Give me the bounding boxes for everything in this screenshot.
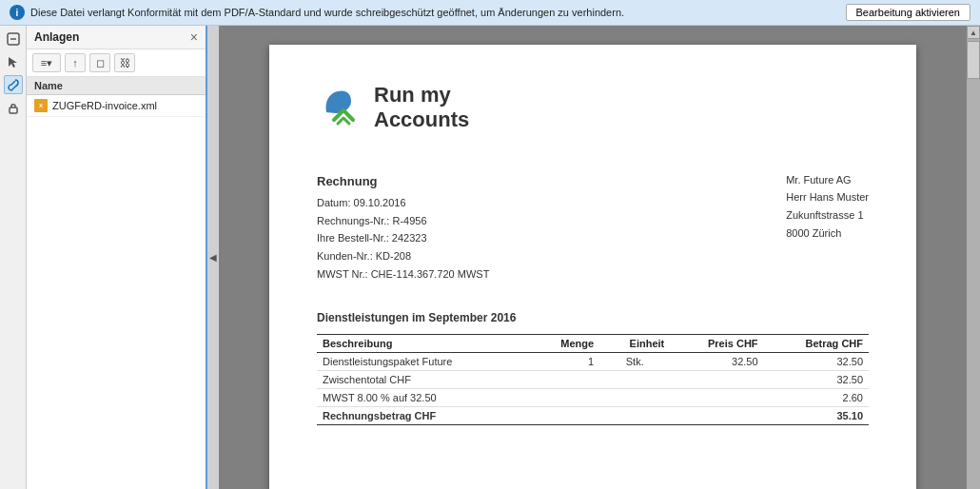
panel-list: X ZUGFeRD-invoice.xml bbox=[27, 95, 206, 489]
col-header-menge: Menge bbox=[532, 335, 599, 353]
rechnung-title: Rechnung bbox=[317, 171, 489, 192]
panel-close-button[interactable]: × bbox=[190, 30, 198, 44]
notification-text: Diese Datei verlangt Konformität mit dem… bbox=[30, 7, 624, 18]
cell-betrag-1: 32.50 bbox=[764, 371, 869, 389]
cell-betrag-0: 32.50 bbox=[764, 353, 869, 371]
cell-beschreibung-2: MWST 8.00 % auf 32.50 bbox=[317, 389, 532, 407]
recipient-line2: Herr Hans Muster bbox=[786, 188, 869, 206]
cell-betrag-2: 2.60 bbox=[764, 389, 869, 407]
panel-tool-link-button[interactable]: ⛓ bbox=[114, 53, 135, 72]
panel-tool-save-button[interactable]: ◻ bbox=[89, 53, 110, 72]
right-scrollbar[interactable]: ▲ bbox=[967, 26, 980, 489]
toolbar-icon-top[interactable] bbox=[4, 29, 23, 49]
table-section-title: Dienstleistungen im September 2016 bbox=[317, 311, 869, 324]
pdf-page: Run my Accounts Rechnung Datum: 09.10.20… bbox=[269, 45, 916, 489]
panel-header: Anlagen × bbox=[27, 26, 206, 49]
datum: Datum: 09.10.2016 bbox=[317, 194, 489, 212]
invoice-details-left: Rechnung Datum: 09.10.2016 Rechnungs-Nr.… bbox=[317, 171, 489, 284]
file-name: ZUGFeRD-invoice.xml bbox=[52, 100, 157, 111]
activate-editing-button[interactable]: Bearbeitung aktivieren bbox=[846, 4, 970, 21]
info-icon: i bbox=[10, 5, 25, 20]
table-row: Zwischentotal CHF 32.50 bbox=[317, 371, 869, 389]
cell-beschreibung-0: Dienstleistungspaket Future bbox=[317, 353, 532, 371]
col-header-einheit: Einheit bbox=[599, 335, 670, 353]
panel-toolbar: ≡▾ ↑ ◻ ⛓ bbox=[27, 49, 206, 77]
recipient-line4: 8000 Zürich bbox=[786, 225, 869, 243]
invoice-table: Beschreibung Menge Einheit Preis CHF Bet… bbox=[317, 334, 869, 425]
total-value: 35.10 bbox=[764, 407, 869, 425]
logo-icon bbox=[317, 84, 364, 131]
toolbar-icon-attach[interactable] bbox=[4, 75, 23, 94]
invoice-content: Rechnung Datum: 09.10.2016 Rechnungs-Nr.… bbox=[317, 171, 869, 284]
cell-menge-0: 1 bbox=[532, 353, 599, 371]
recipient-line3: Zukunftstrasse 1 bbox=[786, 206, 869, 225]
logo-area: Run my Accounts bbox=[317, 83, 869, 133]
pdf-viewer[interactable]: Run my Accounts Rechnung Datum: 09.10.20… bbox=[219, 26, 967, 489]
total-row: Rechnungsbetrag CHF 35.10 bbox=[317, 407, 869, 425]
total-label: Rechnungsbetrag CHF bbox=[317, 407, 764, 425]
notification-bar: i Diese Datei verlangt Konformität mit d… bbox=[0, 0, 980, 26]
scroll-thumb[interactable] bbox=[967, 41, 980, 79]
cell-beschreibung-1: Zwischentotal CHF bbox=[317, 371, 532, 389]
toolbar-icon-lock[interactable] bbox=[4, 98, 23, 117]
cell-preis-0: 32.50 bbox=[670, 353, 763, 371]
cell-preis-1 bbox=[670, 371, 763, 389]
panel-title: Anlagen bbox=[34, 30, 79, 44]
xml-file-icon: X bbox=[34, 99, 48, 112]
rechnungs-nr: Rechnungs-Nr.: R-4956 bbox=[317, 212, 489, 230]
logo-text: Run my Accounts bbox=[374, 83, 469, 133]
attachments-panel: Anlagen × ≡▾ ↑ ◻ ⛓ Name X ZUGFeRD-invoic… bbox=[27, 26, 207, 489]
scroll-up-button[interactable]: ▲ bbox=[967, 26, 980, 39]
table-row: MWST 8.00 % auf 32.50 2.60 bbox=[317, 389, 869, 407]
notification-left: i Diese Datei verlangt Konformität mit d… bbox=[10, 5, 624, 20]
list-item[interactable]: X ZUGFeRD-invoice.xml bbox=[27, 95, 206, 117]
panel-list-header: Name bbox=[27, 77, 206, 95]
col-header-betrag: Betrag CHF bbox=[764, 335, 869, 353]
cell-einheit-0: Stk. bbox=[599, 353, 670, 371]
bestell-nr: Ihre Bestell-Nr.: 242323 bbox=[317, 229, 489, 247]
main-area: Anlagen × ≡▾ ↑ ◻ ⛓ Name X ZUGFeRD-invoic… bbox=[0, 26, 980, 489]
table-row: Dienstleistungspaket Future 1 Stk. 32.50… bbox=[317, 353, 869, 371]
col-header-beschreibung: Beschreibung bbox=[317, 335, 532, 353]
mwst-nr: MWST Nr.: CHE-114.367.720 MWST bbox=[317, 265, 489, 284]
collapse-handle[interactable]: ◀ bbox=[207, 26, 219, 489]
cell-preis-2 bbox=[670, 389, 763, 407]
cell-menge-2 bbox=[532, 389, 599, 407]
panel-tool-menu-button[interactable]: ≡▾ bbox=[32, 53, 61, 72]
svg-rect-2 bbox=[10, 108, 17, 113]
kunden-nr: Kunden-Nr.: KD-208 bbox=[317, 247, 489, 265]
col-header-preis: Preis CHF bbox=[670, 335, 763, 353]
cell-einheit-2 bbox=[599, 389, 670, 407]
toolbar-icon-cursor[interactable] bbox=[4, 52, 23, 71]
invoice-recipient: Mr. Future AG Herr Hans Muster Zukunftst… bbox=[786, 171, 869, 284]
recipient-line1: Mr. Future AG bbox=[786, 171, 869, 189]
left-toolbar bbox=[0, 26, 27, 489]
panel-tool-upload-button[interactable]: ↑ bbox=[65, 53, 86, 72]
cell-einheit-1 bbox=[599, 371, 670, 389]
cell-menge-1 bbox=[532, 371, 599, 389]
